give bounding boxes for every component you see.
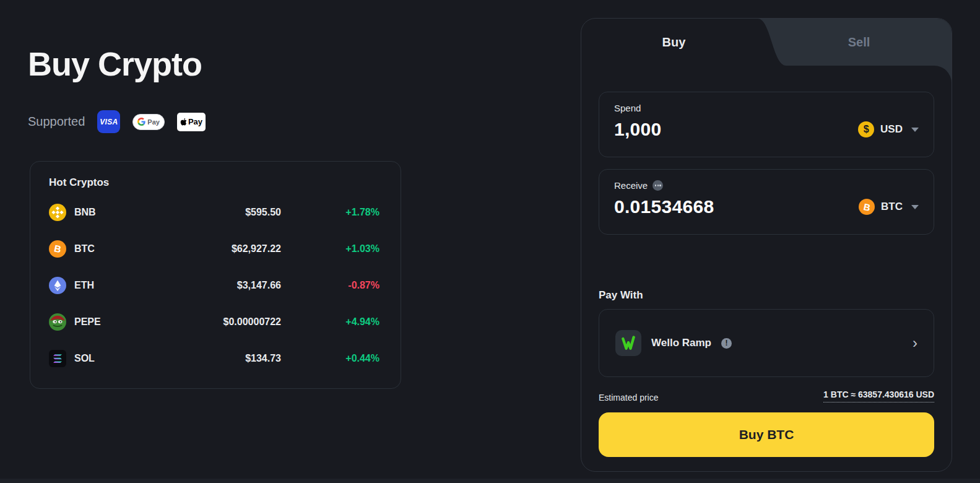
btc-icon: B: [49, 240, 66, 258]
more-info-dots-icon[interactable]: [653, 180, 663, 191]
google-g-icon: [137, 118, 145, 126]
coin-icon: B: [49, 240, 66, 258]
spend-amount-input[interactable]: 1,000: [614, 119, 662, 140]
spend-label: Spend: [614, 103, 919, 113]
coin-price: $134.73: [157, 353, 281, 364]
chevron-down-icon: [911, 128, 919, 132]
footer-divider: [0, 479, 980, 483]
receive-currency-code: BTC: [881, 201, 903, 213]
google-pay-badge-icon: Pay: [132, 114, 165, 130]
coin-change: +0.44%: [281, 353, 379, 364]
coin-price: $595.50: [157, 207, 281, 218]
tab-sell[interactable]: Sell: [766, 19, 952, 66]
receive-field[interactable]: Receive 0.01534668 B BTC: [599, 169, 934, 235]
coin-change: +4.94%: [281, 316, 379, 328]
coin-icon: [49, 313, 66, 331]
receive-currency-selector[interactable]: B BTC: [859, 199, 919, 215]
eth-icon: [49, 277, 66, 294]
wello-ramp-logo-icon: [615, 330, 641, 356]
hot-crypto-row-bnb[interactable]: BNB $595.50 +1.78%: [49, 194, 379, 230]
tab-buy[interactable]: Buy: [581, 19, 766, 66]
spend-currency-code: USD: [880, 123, 903, 136]
buy-btc-button[interactable]: Buy BTC: [599, 412, 934, 457]
coin-change: +1.03%: [281, 243, 379, 255]
coin-price: $3,147.66: [157, 280, 281, 291]
coin-icon: [49, 350, 66, 367]
chevron-down-icon: [911, 205, 919, 209]
estimated-price-row: Estimated price 1 BTC ≈ 63857.430616 USD: [599, 389, 934, 402]
coin-symbol: PEPE: [74, 316, 101, 328]
sol-icon: [49, 350, 66, 367]
hot-crypto-row-pepe[interactable]: PEPE $0.00000722 +4.94%: [49, 303, 379, 340]
coin-symbol: SOL: [74, 353, 95, 364]
hot-cryptos-card: Hot Cryptos BNB $595.50 +1.78% B BTC $62…: [30, 161, 401, 389]
coin-icon: [49, 204, 66, 221]
bnb-icon: [49, 204, 66, 221]
btc-coin-icon: B: [859, 199, 875, 215]
info-icon[interactable]: !: [721, 338, 732, 349]
hot-crypto-row-eth[interactable]: ETH $3,147.66 -0.87%: [49, 267, 379, 303]
usd-coin-icon: $: [858, 121, 874, 137]
coin-icon: [49, 277, 66, 294]
coin-symbol: ETH: [74, 280, 94, 291]
page-title: Buy Crypto: [28, 45, 202, 83]
coin-symbol: BTC: [74, 243, 95, 255]
receive-amount-input[interactable]: 0.01534668: [614, 196, 714, 217]
hot-crypto-row-btc[interactable]: B BTC $62,927.22 +1.03%: [49, 230, 379, 267]
visa-badge-icon: VISA: [97, 110, 120, 133]
receive-label: Receive: [614, 180, 919, 191]
payment-provider-name: Wello Ramp: [651, 337, 711, 349]
payment-provider-card[interactable]: Wello Ramp ! ›: [599, 309, 934, 377]
coin-symbol: BNB: [74, 207, 96, 218]
spend-field[interactable]: Spend 1,000 $ USD: [599, 92, 934, 157]
pay-with-heading: Pay With: [599, 289, 934, 302]
hot-cryptos-title: Hot Cryptos: [49, 176, 379, 189]
tab-bar: Buy Sell: [581, 19, 952, 66]
coin-change: -0.87%: [281, 280, 379, 291]
widget-body: Spend 1,000 $ USD Receive 0.01534668 B: [581, 84, 952, 471]
supported-payments: Supported VISA Pay Pay: [28, 110, 206, 133]
pepe-icon: [49, 313, 66, 331]
supported-label: Supported: [28, 115, 85, 129]
coin-price: $0.00000722: [157, 316, 281, 328]
hot-crypto-row-sol[interactable]: SOL $134.73 +0.44%: [49, 340, 379, 376]
spend-currency-selector[interactable]: $ USD: [858, 121, 919, 137]
apple-logo-icon: [180, 118, 187, 126]
estimated-price-label: Estimated price: [599, 393, 658, 402]
coin-price: $62,927.22: [157, 243, 281, 255]
chevron-right-icon: ›: [913, 336, 917, 350]
apple-pay-badge-icon: Pay: [177, 113, 206, 131]
buy-sell-widget: Buy Sell Spend 1,000 $ USD Receive: [581, 18, 952, 472]
estimated-price-value[interactable]: 1 BTC ≈ 63857.430616 USD: [823, 389, 934, 402]
coin-change: +1.78%: [281, 207, 379, 218]
hot-cryptos-list: BNB $595.50 +1.78% B BTC $62,927.22 +1.0…: [49, 194, 379, 376]
